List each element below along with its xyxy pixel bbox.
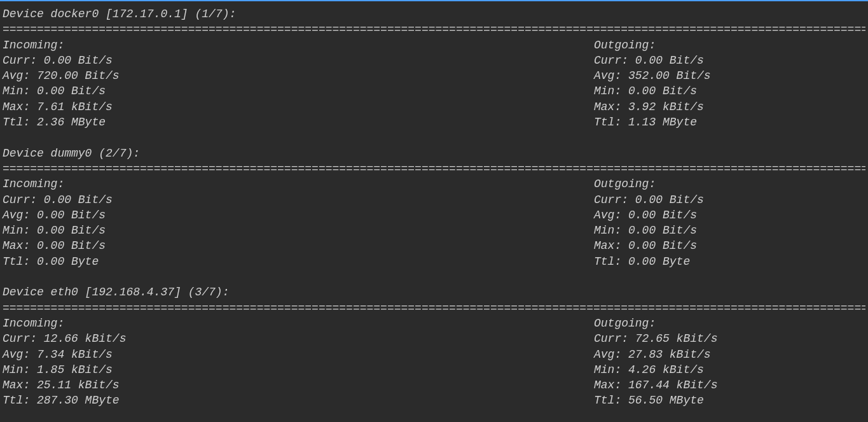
outgoing-avg: Avg: 352.00 Bit/s [594, 68, 865, 83]
stats-row: Avg: 0.00 Bit/s Avg: 0.00 Bit/s [3, 207, 865, 223]
incoming-title: Incoming: [3, 38, 594, 53]
stats-row: Avg: 7.34 kBit/s Avg: 27.83 kBit/s [3, 347, 865, 362]
outgoing-min: Min: 0.00 Bit/s [594, 223, 865, 238]
stats-row: Min: 1.85 kBit/s Min: 4.26 kBit/s [3, 362, 865, 377]
outgoing-title: Outgoing: [594, 316, 865, 331]
stats-row: Curr: 0.00 Bit/s Curr: 0.00 Bit/s [3, 53, 865, 68]
outgoing-min: Min: 0.00 Bit/s [594, 83, 865, 99]
stats-row: Max: 25.11 kBit/s Max: 167.44 kBit/s [3, 377, 865, 393]
blank-line [3, 269, 865, 285]
device-header: Device eth0 [192.168.4.37] (3/7): [3, 285, 865, 300]
stats-row: Min: 0.00 Bit/s Min: 0.00 Bit/s [3, 83, 865, 99]
incoming-curr: Curr: 0.00 Bit/s [3, 53, 594, 68]
incoming-curr: Curr: 12.66 kBit/s [3, 331, 594, 346]
outgoing-ttl: Ttl: 0.00 Byte [594, 254, 865, 269]
stats-row: Max: 7.61 kBit/s Max: 3.92 kBit/s [3, 99, 865, 115]
divider-line: ========================================… [3, 22, 865, 37]
stats-row: Curr: 12.66 kBit/s Curr: 72.65 kBit/s [3, 331, 865, 346]
incoming-min: Min: 1.85 kBit/s [3, 362, 594, 377]
outgoing-avg: Avg: 27.83 kBit/s [594, 347, 865, 362]
divider-line: ========================================… [3, 161, 865, 176]
outgoing-avg: Avg: 0.00 Bit/s [594, 207, 865, 223]
incoming-avg: Avg: 0.00 Bit/s [3, 207, 594, 223]
stats-row: Ttl: 287.30 MByte Ttl: 56.50 MByte [3, 393, 865, 408]
incoming-max: Max: 0.00 Bit/s [3, 238, 594, 253]
incoming-avg: Avg: 7.34 kBit/s [3, 347, 594, 362]
incoming-max: Max: 25.11 kBit/s [3, 377, 594, 393]
incoming-max: Max: 7.61 kBit/s [3, 99, 594, 115]
device-header: Device docker0 [172.17.0.1] (1/7): [3, 6, 865, 22]
incoming-avg: Avg: 720.00 Bit/s [3, 68, 594, 83]
outgoing-max: Max: 0.00 Bit/s [594, 238, 865, 253]
blank-line [3, 130, 865, 145]
outgoing-curr: Curr: 0.00 Bit/s [594, 192, 865, 207]
stats-row: Ttl: 2.36 MByte Ttl: 1.13 MByte [3, 115, 865, 130]
incoming-min: Min: 0.00 Bit/s [3, 223, 594, 238]
stats-row: Incoming: Outgoing: [3, 38, 865, 53]
outgoing-curr: Curr: 0.00 Bit/s [594, 53, 865, 68]
stats-row: Incoming: Outgoing: [3, 176, 865, 192]
outgoing-ttl: Ttl: 1.13 MByte [594, 115, 865, 130]
stats-row: Ttl: 0.00 Byte Ttl: 0.00 Byte [3, 254, 865, 269]
stats-row: Incoming: Outgoing: [3, 316, 865, 331]
incoming-min: Min: 0.00 Bit/s [3, 83, 594, 99]
device-header: Device dummy0 (2/7): [3, 146, 865, 161]
incoming-ttl: Ttl: 0.00 Byte [3, 254, 594, 269]
outgoing-max: Max: 3.92 kBit/s [594, 99, 865, 115]
outgoing-curr: Curr: 72.65 kBit/s [594, 331, 865, 346]
outgoing-max: Max: 167.44 kBit/s [594, 377, 865, 393]
stats-row: Curr: 0.00 Bit/s Curr: 0.00 Bit/s [3, 192, 865, 207]
stats-row: Max: 0.00 Bit/s Max: 0.00 Bit/s [3, 238, 865, 253]
incoming-ttl: Ttl: 2.36 MByte [3, 115, 594, 130]
incoming-title: Incoming: [3, 176, 594, 192]
terminal-output: Device docker0 [172.17.0.1] (1/7): =====… [0, 1, 868, 411]
outgoing-ttl: Ttl: 56.50 MByte [594, 393, 865, 408]
stats-row: Avg: 720.00 Bit/s Avg: 352.00 Bit/s [3, 68, 865, 83]
outgoing-title: Outgoing: [594, 38, 865, 53]
outgoing-min: Min: 4.26 kBit/s [594, 362, 865, 377]
divider-line: ========================================… [3, 300, 865, 316]
incoming-ttl: Ttl: 287.30 MByte [3, 393, 594, 408]
stats-row: Min: 0.00 Bit/s Min: 0.00 Bit/s [3, 223, 865, 238]
incoming-title: Incoming: [3, 316, 594, 331]
incoming-curr: Curr: 0.00 Bit/s [3, 192, 594, 207]
outgoing-title: Outgoing: [594, 176, 865, 192]
